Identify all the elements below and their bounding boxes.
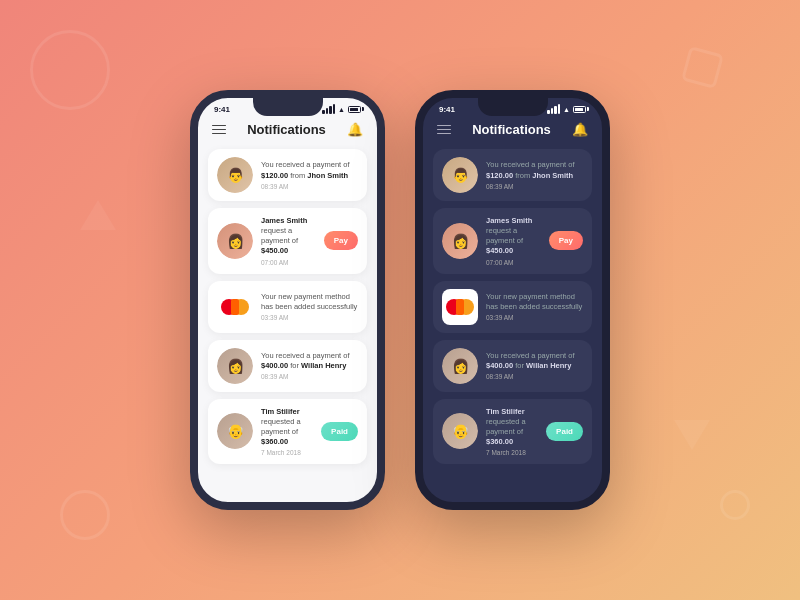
avatar-4-light: 👩 [217,348,253,384]
avatar-5-dark: 👴 [442,413,478,449]
notif-item-2-light: 👩 James Smith request a payment of $450.… [208,208,367,274]
signal-bar-d1 [547,110,550,114]
notif-item-4-dark: 👩 You received a payment of $400.00 for … [433,340,592,392]
avatar-1-dark: 👨 [442,157,478,193]
notif-time-1-dark: 08:39 AM [486,183,583,190]
battery-light [348,106,361,113]
mc-overlap-d [456,299,464,315]
avatar-2-dark: 👩 [442,223,478,259]
page-title-light: Notifications [247,122,326,137]
notif-item-2-dark: 👩 James Smith request a payment of $450.… [433,208,592,274]
app-header-light: Notifications 🔔 [198,116,377,145]
mastercard-logo-light [217,289,253,325]
phone-dark: 9:41 ▲ Notifications 🔔 👨 [415,90,610,510]
notch-light [253,98,323,116]
notif-content-1-light: You received a payment of $120.00 from J… [261,160,358,189]
notif-item-5-light: 👴 Tim Stilifer requested a payment of $3… [208,399,367,465]
bell-icon-light[interactable]: 🔔 [347,122,363,137]
battery-fill-light [350,108,358,111]
avatar-face-d2: 👩 [442,223,478,259]
notif-text-3-light: Your new payment method has been added s… [261,292,358,312]
wifi-light: ▲ [338,106,345,113]
hamburger-line-1 [212,125,226,127]
paid-button-dark[interactable]: Paid [546,422,583,441]
mastercard-logo-dark [442,289,478,325]
notif-item-1-light: 👨 You received a payment of $120.00 from… [208,149,367,201]
notif-time-5-dark: 7 March 2018 [486,449,538,456]
signal-bar-d4 [558,104,561,114]
notif-content-1-dark: You received a payment of $120.00 from J… [486,160,583,189]
notif-content-3-light: Your new payment method has been added s… [261,292,358,321]
signal-bar-3 [329,106,332,114]
signal-bar-d3 [554,106,557,114]
hamburger-line-2 [212,129,226,131]
notif-content-2-dark: James Smith request a payment of $450.00… [486,216,541,266]
app-header-dark: Notifications 🔔 [423,116,602,145]
notif-time-4-dark: 08:39 AM [486,373,583,380]
avatar-face-1: 👨 [217,157,253,193]
notif-time-3-light: 03:39 AM [261,314,358,321]
hamburger-line-3 [212,133,226,135]
notif-time-5-light: 7 March 2018 [261,449,313,456]
notif-content-5-dark: Tim Stilifer requested a payment of $360… [486,407,538,457]
notif-text-2-dark: James Smith request a payment of $450.00 [486,216,541,257]
notif-content-5-light: Tim Stilifer requested a payment of $360… [261,407,313,457]
avatar-face-5: 👴 [217,413,253,449]
avatar-1-light: 👨 [217,157,253,193]
pay-button-light[interactable]: Pay [324,231,358,250]
signal-bar-2 [326,108,329,114]
avatar-5-light: 👴 [217,413,253,449]
notif-content-2-light: James Smith request a payment of $450.00… [261,216,316,266]
signal-light [322,104,335,114]
hamburger-line-d1 [437,125,451,127]
notif-content-4-light: You received a payment of $400.00 for Wi… [261,351,358,380]
mc-overlap [231,299,239,315]
status-icons-light: ▲ [322,104,361,114]
notif-item-5-dark: 👴 Tim Stilifer requested a payment of $3… [433,399,592,465]
notif-content-4-dark: You received a payment of $400.00 for Wi… [486,351,583,380]
wifi-dark: ▲ [563,106,570,113]
avatar-face-2: 👩 [217,223,253,259]
notif-time-1-light: 08:39 AM [261,183,358,190]
notif-item-3-dark: Your new payment method has been added s… [433,281,592,333]
notif-time-2-light: 07:00 AM [261,259,316,266]
hamburger-line-d2 [437,129,451,131]
page-title-dark: Notifications [472,122,551,137]
phone-light: 9:41 ▲ Notifications 🔔 👨 [190,90,385,510]
notif-text-1-light: You received a payment of $120.00 from J… [261,160,358,180]
battery-dark [573,106,586,113]
notification-list-dark: 👨 You received a payment of $120.00 from… [423,145,602,502]
notif-time-2-dark: 07:00 AM [486,259,541,266]
notif-item-3-light: Your new payment method has been added s… [208,281,367,333]
battery-fill-dark [575,108,583,111]
hamburger-icon-light[interactable] [212,125,226,135]
notif-item-4-light: 👩 You received a payment of $400.00 for … [208,340,367,392]
hamburger-icon-dark[interactable] [437,125,451,135]
pay-button-dark[interactable]: Pay [549,231,583,250]
time-dark: 9:41 [439,105,455,114]
notif-text-5-light: Tim Stilifer requested a payment of $360… [261,407,313,448]
signal-bar-4 [333,104,336,114]
bell-icon-dark[interactable]: 🔔 [572,122,588,137]
status-icons-dark: ▲ [547,104,586,114]
notif-text-4-light: You received a payment of $400.00 for Wi… [261,351,358,371]
signal-bar-1 [322,110,325,114]
notif-time-3-dark: 03:39 AM [486,314,583,321]
notification-list-light: 👨 You received a payment of $120.00 from… [198,145,377,502]
hamburger-line-d3 [437,133,451,135]
avatar-face-d5: 👴 [442,413,478,449]
avatar-4-dark: 👩 [442,348,478,384]
notif-text-3-dark: Your new payment method has been added s… [486,292,583,312]
avatar-face-d4: 👩 [442,348,478,384]
avatar-2-light: 👩 [217,223,253,259]
avatar-face-d1: 👨 [442,157,478,193]
signal-bar-d2 [551,108,554,114]
notif-item-1-dark: 👨 You received a payment of $120.00 from… [433,149,592,201]
notif-text-4-dark: You received a payment of $400.00 for Wi… [486,351,583,371]
notif-content-3-dark: Your new payment method has been added s… [486,292,583,321]
notch-dark [478,98,548,116]
notif-text-1-dark: You received a payment of $120.00 from J… [486,160,583,180]
notif-text-2-light: James Smith request a payment of $450.00 [261,216,316,257]
notif-text-5-dark: Tim Stilifer requested a payment of $360… [486,407,538,448]
paid-button-light[interactable]: Paid [321,422,358,441]
